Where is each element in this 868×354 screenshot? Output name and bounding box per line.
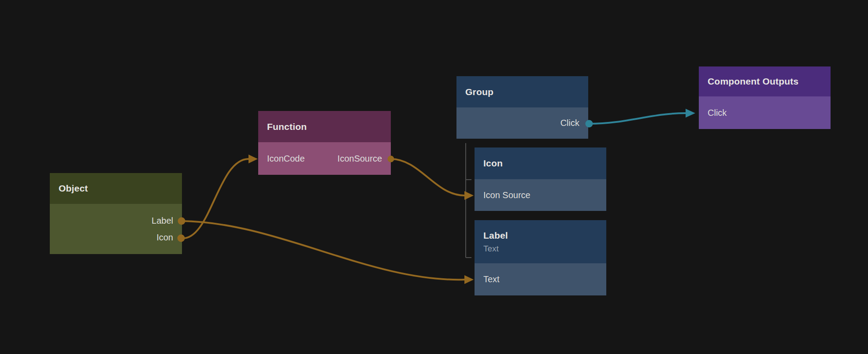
node-label[interactable]: Label Text Text: [475, 220, 606, 295]
node-object[interactable]: Object Label Icon: [50, 173, 182, 254]
port-outputs-click-text: Click: [708, 108, 727, 118]
node-group-body: Click: [456, 107, 588, 139]
port-object-label[interactable]: Label: [50, 212, 182, 229]
port-object-icon[interactable]: Icon: [50, 229, 182, 246]
node-function[interactable]: Function IconCode IconSource: [258, 111, 391, 175]
port-object-label-text: Label: [152, 216, 173, 226]
port-icon-iconsource[interactable]: Icon Source: [475, 179, 606, 211]
node-label-subtitle: Text: [483, 244, 606, 254]
edge-function-iconsource-to-icon-iconsource[interactable]: [391, 159, 464, 195]
node-function-header[interactable]: Function: [258, 111, 391, 142]
port-object-icon-text: Icon: [156, 232, 173, 243]
port-label-text-label: Text: [483, 274, 500, 284]
node-component-outputs-title: Component Outputs: [708, 76, 831, 87]
node-component-outputs-body: Click: [699, 96, 831, 129]
node-icon[interactable]: Icon Icon Source: [475, 148, 606, 211]
edge-object-icon-to-function-iconcode[interactable]: [181, 159, 249, 238]
node-group[interactable]: Group Click: [456, 76, 588, 139]
node-graph-canvas[interactable]: Object Label Icon Function IconCode Icon…: [0, 0, 868, 354]
node-component-outputs-header[interactable]: Component Outputs: [699, 66, 831, 96]
node-function-body: IconCode IconSource: [258, 142, 391, 175]
port-row-function: IconCode IconSource: [258, 142, 391, 175]
group-children-tree-line: [466, 143, 471, 258]
port-label-text[interactable]: Text: [475, 263, 606, 295]
node-object-title: Object: [59, 183, 182, 194]
port-icon-iconsource-text: Icon Source: [483, 190, 530, 200]
node-object-header[interactable]: Object: [50, 173, 182, 204]
node-label-title: Label: [483, 230, 606, 241]
node-object-body: Label Icon: [50, 204, 182, 254]
port-outputs-click[interactable]: Click: [699, 96, 831, 129]
node-icon-body: Icon Source: [475, 179, 606, 211]
node-label-body: Text: [475, 263, 606, 295]
node-icon-header[interactable]: Icon: [475, 148, 606, 179]
node-group-title: Group: [465, 87, 588, 97]
port-function-iconcode[interactable]: IconCode: [267, 154, 305, 164]
arrowhead-icon-iconsource: [464, 191, 474, 200]
node-function-title: Function: [267, 122, 391, 132]
port-group-click-text: Click: [560, 118, 579, 128]
arrowhead-function-iconcode: [249, 155, 258, 163]
port-function-iconsource[interactable]: IconSource: [338, 154, 382, 164]
edge-object-label-to-label-text[interactable]: [182, 221, 464, 280]
edge-group-click-to-outputs-click[interactable]: [589, 113, 686, 124]
node-label-header[interactable]: Label Text: [475, 220, 606, 263]
node-group-header[interactable]: Group: [456, 76, 588, 107]
arrowhead-label-text: [464, 275, 474, 284]
arrowhead-outputs-click: [686, 109, 695, 118]
node-component-outputs[interactable]: Component Outputs Click: [699, 66, 831, 129]
node-icon-title: Icon: [483, 158, 606, 169]
port-group-click[interactable]: Click: [456, 107, 588, 139]
